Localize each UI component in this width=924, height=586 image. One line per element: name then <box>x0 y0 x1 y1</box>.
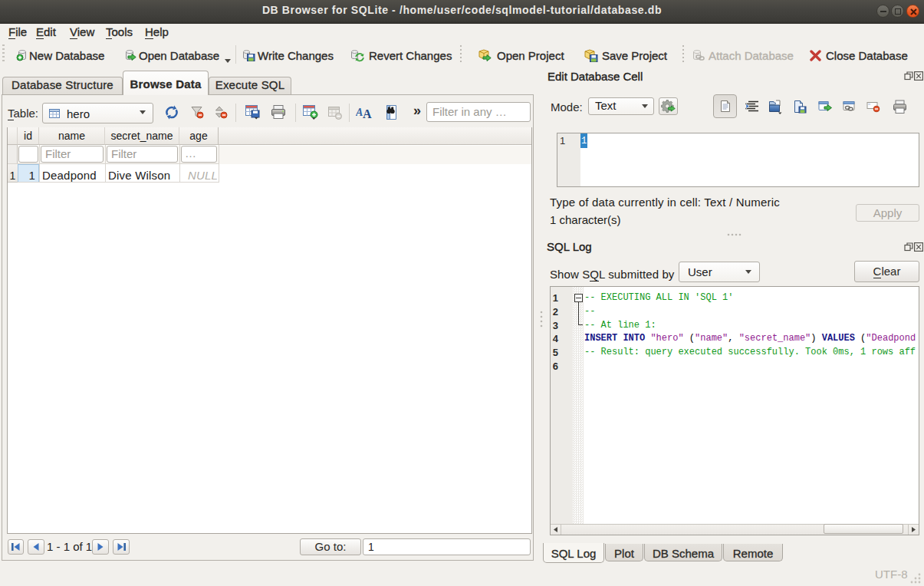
svg-text:A: A <box>356 107 363 118</box>
svg-text:A: A <box>363 107 372 119</box>
